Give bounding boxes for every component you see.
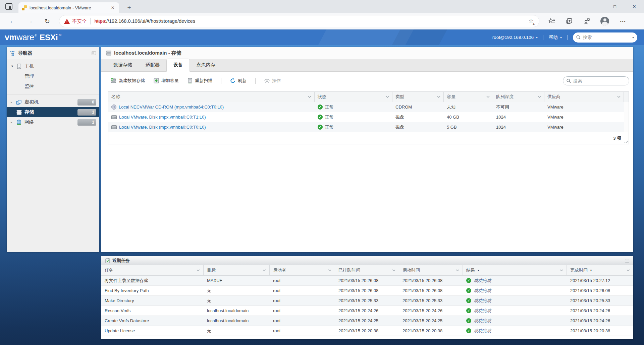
url-text[interactable]: https://192.168.0.106/ui/#/host/storage/…	[95, 18, 196, 24]
tab-persistent-memory[interactable]: 永久内存	[190, 59, 222, 71]
new-datastore-button[interactable]: 新建数据存储	[111, 78, 145, 84]
chevron-down-icon[interactable]	[456, 269, 459, 271]
expand-panel-icon[interactable]	[625, 259, 629, 263]
column-header-target[interactable]: 目标	[204, 265, 270, 275]
tree-collapsed-icon[interactable]: ▸	[11, 121, 16, 124]
sidebar-item-vms[interactable]: ▸ 虚拟机 0	[7, 97, 99, 107]
tab-devices[interactable]: 设备	[166, 59, 190, 72]
column-header-name[interactable]: 名称	[108, 92, 315, 102]
column-header-vendor[interactable]: 供应商	[544, 92, 624, 102]
task-name-cell: Rescan Vmfs	[101, 306, 204, 316]
task-row[interactable]: Update License 无 root 2021/03/15 20:20:3…	[101, 326, 633, 336]
devices-table-footer: 3 项	[108, 132, 629, 144]
new-tab-button[interactable]: +	[125, 3, 133, 12]
add-favorite-icon[interactable]: ☆	[528, 18, 534, 24]
main-panel: localhost.localdomain - 存储 数据存储 适配器 设备 永…	[101, 47, 633, 252]
chevron-down-icon[interactable]	[308, 96, 311, 98]
chevron-down-icon[interactable]	[617, 96, 621, 98]
task-row[interactable]: Find By Inventory Path 无 root 2021/03/15…	[101, 286, 633, 296]
close-button[interactable]: ✕	[625, 0, 644, 13]
column-header-started[interactable]: 启动时间	[399, 265, 463, 275]
tab-close-icon[interactable]: ✕	[110, 5, 116, 11]
back-button[interactable]: ←	[7, 15, 18, 27]
task-row[interactable]: Rescan Vmfs localhost.localdomain root 2…	[101, 306, 633, 316]
table-row[interactable]: Local VMware, Disk (mpx.vmhba0:C0:T0:L0)…	[108, 122, 629, 132]
favorites-icon[interactable]	[548, 17, 555, 25]
chevron-down-icon[interactable]	[486, 96, 490, 98]
increase-capacity-button[interactable]: 增加容量	[154, 78, 179, 84]
column-header-initiator[interactable]: 启动者	[270, 265, 335, 275]
sidebar-item-host[interactable]: ▼ 主机	[7, 61, 99, 71]
chevron-down-icon[interactable]	[392, 269, 395, 271]
user-label: root@192.168.0.106	[492, 35, 534, 40]
table-row[interactable]: Local NECVMWar CD-ROM (mpx.vmhba64:C0:T0…	[108, 102, 629, 112]
refresh-button[interactable]: 刷新	[230, 78, 247, 84]
devices-search[interactable]	[563, 76, 629, 85]
column-header-completed[interactable]: 完成时间▼	[567, 265, 633, 275]
column-header-status[interactable]: 状态	[315, 92, 392, 102]
profile-avatar[interactable]	[600, 17, 609, 25]
chevron-down-icon[interactable]	[197, 269, 200, 271]
column-header-task[interactable]: 任务	[101, 265, 204, 275]
tree-collapsed-icon[interactable]: ▸	[11, 100, 16, 104]
browser-workspaces-icon[interactable]	[5, 3, 12, 10]
table-row[interactable]: Local VMware, Disk (mpx.vmhba0:C0:T1:L0)…	[108, 112, 629, 122]
chevron-down-icon[interactable]	[627, 269, 630, 271]
screen: localhost.localdomain - VMware ✕ + — □ ✕…	[0, 0, 644, 345]
rescan-button[interactable]: 重新扫描	[187, 78, 212, 84]
search-input[interactable]	[583, 35, 630, 40]
vm-icon	[16, 99, 22, 105]
sidebar-item-storage[interactable]: 存储 1	[7, 107, 99, 117]
maximize-button[interactable]: □	[605, 0, 625, 13]
chevron-down-icon[interactable]: ▾	[632, 36, 634, 39]
devices-search-input[interactable]	[573, 78, 626, 83]
count-badge: 0	[77, 99, 96, 106]
page-title-bar: localhost.localdomain - 存储	[101, 47, 633, 59]
tree-separator	[7, 94, 99, 94]
url-bar[interactable]: 不安全 https://192.168.0.106/ui/#/host/stor…	[59, 15, 539, 27]
header-search[interactable]: ▾	[573, 32, 637, 43]
minimize-button[interactable]: —	[586, 0, 605, 13]
sidebar-item-manage[interactable]: 管理	[7, 71, 99, 81]
sidebar-item-network[interactable]: ▸ 网络 1	[7, 117, 99, 127]
browser-menu-icon[interactable]: ⋯	[619, 17, 627, 25]
sidebar-item-label: 监控	[24, 83, 34, 89]
task-row[interactable]: Create Vmfs Datastore localhost.localdom…	[101, 316, 633, 326]
help-menu[interactable]: 帮助 ▾	[549, 34, 562, 41]
chevron-down-icon[interactable]	[538, 96, 541, 98]
user-menu[interactable]: root@192.168.0.106 ▾	[492, 35, 538, 40]
device-name-link[interactable]: Local VMware, Disk (mpx.vmhba0:C0:T0:L0)	[119, 125, 206, 130]
reload-button[interactable]: ↻	[42, 15, 53, 27]
sidebar-item-label: 存储	[24, 109, 34, 115]
task-row[interactable]: 将文件上载至数据存储 MAXUF root 2021/03/15 20:26:0…	[101, 276, 633, 286]
tab-datastores[interactable]: 数据存储	[107, 59, 139, 71]
collections-icon[interactable]	[566, 17, 573, 25]
column-header-capacity[interactable]: 容量	[444, 92, 493, 102]
column-header-queued[interactable]: 已排队时间	[335, 265, 399, 275]
column-header-type[interactable]: 类型	[392, 92, 444, 102]
chevron-down-icon[interactable]	[560, 269, 563, 271]
device-queue-cell: 不可用	[493, 102, 544, 112]
logo-registered-mark: ®	[35, 32, 37, 37]
chevron-down-icon[interactable]	[386, 96, 389, 98]
collapse-panel-icon[interactable]	[92, 51, 96, 55]
recent-tasks-header[interactable]: 近期任务	[101, 256, 633, 265]
resize-grip[interactable]	[624, 140, 628, 143]
sidebar-item-monitor[interactable]: 监控	[7, 81, 99, 91]
feedback-icon[interactable]	[583, 17, 590, 25]
task-row[interactable]: Make Directory 无 root 2021/03/15 20:25:3…	[101, 296, 633, 306]
device-status-cell: ✓ 正常	[315, 112, 392, 122]
chevron-down-icon[interactable]	[263, 269, 266, 271]
security-warning-label[interactable]: 不安全	[72, 18, 87, 24]
chevron-down-icon[interactable]	[437, 96, 440, 98]
device-name-link[interactable]: Local NECVMWar CD-ROM (mpx.vmhba64:C0:T0…	[119, 105, 224, 110]
tab-adapters[interactable]: 适配器	[139, 59, 166, 71]
device-name-link[interactable]: Local VMware, Disk (mpx.vmhba0:C0:T1:L0)	[119, 115, 206, 120]
browser-tab[interactable]: localhost.localdomain - VMware ✕	[18, 2, 119, 13]
status-ok-icon: ✓	[318, 115, 323, 120]
device-type-cell: 磁盘	[392, 112, 444, 122]
chevron-down-icon[interactable]	[328, 269, 331, 271]
column-header-result[interactable]: 结果▲	[463, 265, 567, 275]
column-header-queue-depth[interactable]: 队列深度	[493, 92, 544, 102]
tree-expanded-icon[interactable]: ▼	[11, 65, 16, 68]
